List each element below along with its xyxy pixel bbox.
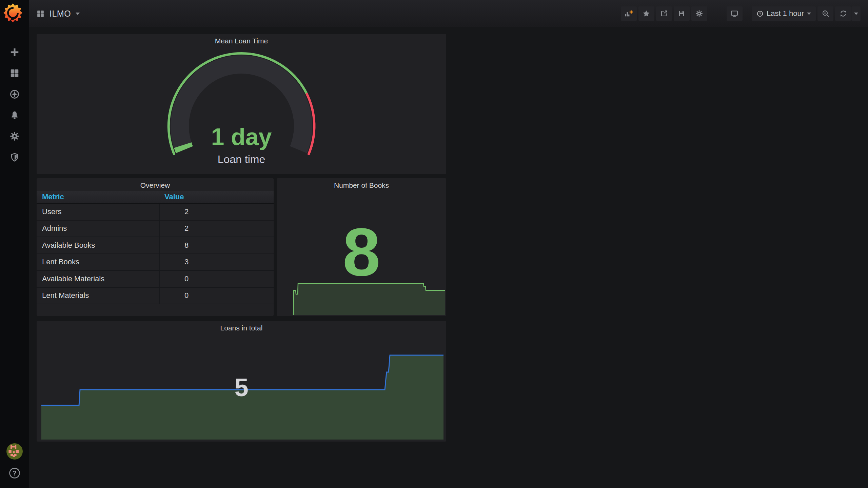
panel-title[interactable]: Loans in total xyxy=(37,324,446,332)
table-row: Users 2 xyxy=(37,204,274,221)
sidebar-item-explore[interactable] xyxy=(0,89,29,99)
table-body: Users 2 Admins 2 Available Books 8 Lent … xyxy=(37,204,274,304)
cell-metric: Lent Materials xyxy=(42,291,89,300)
save-icon xyxy=(677,9,686,18)
sidebar-item-server-admin[interactable] xyxy=(0,152,29,162)
column-header-metric[interactable]: Metric xyxy=(42,192,64,201)
sidebar-item-configuration[interactable] xyxy=(0,131,29,141)
grafana-app: ? ILMO xyxy=(0,0,868,488)
panel-title[interactable]: Number of Books xyxy=(277,181,446,189)
gear-icon xyxy=(9,131,20,141)
refresh-icon xyxy=(839,9,847,18)
sidebar-bottom: ? xyxy=(0,443,29,479)
chevron-down-icon xyxy=(76,13,80,15)
plus-icon xyxy=(9,47,20,57)
chevron-down-icon xyxy=(807,13,811,15)
stat-value: 5 xyxy=(37,375,446,400)
dashboard-settings-button[interactable] xyxy=(691,6,707,21)
grafana-flame-icon xyxy=(3,3,23,23)
column-header-value[interactable]: Value xyxy=(164,192,184,201)
add-panel-icon xyxy=(625,9,633,18)
dashboard-grid-icon xyxy=(36,9,45,18)
chevron-down-icon xyxy=(854,13,858,15)
shield-icon xyxy=(9,152,20,162)
cell-metric: Admins xyxy=(42,224,67,233)
cell-value: 0 xyxy=(159,274,214,283)
sidebar-item-dashboards[interactable] xyxy=(0,68,29,78)
save-dashboard-button[interactable] xyxy=(674,6,690,21)
add-panel-button[interactable] xyxy=(621,6,637,21)
refresh-group xyxy=(835,6,861,21)
sidebar-item-alerting[interactable] xyxy=(0,110,29,120)
table-row: Available Materials 0 xyxy=(37,271,274,288)
cell-metric: Users xyxy=(42,207,61,216)
column-divider xyxy=(159,204,160,304)
time-range-picker[interactable]: Last 1 hour xyxy=(752,6,816,21)
top-navbar: ILMO xyxy=(29,0,868,27)
cell-value: 3 xyxy=(159,258,214,266)
panel-title[interactable]: Overview xyxy=(37,181,274,189)
share-dashboard-button[interactable] xyxy=(656,6,672,21)
cell-metric: Available Materials xyxy=(42,274,104,283)
sidebar-menu xyxy=(0,47,29,162)
cell-value: 2 xyxy=(159,207,214,216)
dashboard-picker[interactable]: ILMO xyxy=(36,9,80,19)
sidebar: ? xyxy=(0,0,29,488)
refresh-interval-dropdown[interactable] xyxy=(851,6,861,21)
grafana-logo[interactable] xyxy=(3,3,23,23)
compass-icon xyxy=(9,89,20,99)
cell-value: 8 xyxy=(159,241,214,250)
stat-value: 8 xyxy=(277,218,446,286)
cell-metric: Lent Books xyxy=(42,258,79,266)
gear-icon xyxy=(695,9,703,18)
time-range-label: Last 1 hour xyxy=(767,9,804,18)
navbar-tools: Last 1 hour xyxy=(619,6,861,21)
gauge-value: 1 day xyxy=(37,123,446,150)
mark-favorite-button[interactable] xyxy=(638,6,654,21)
avatar-image xyxy=(6,443,23,460)
table-row: Available Books 8 xyxy=(37,237,274,254)
dashboard-title: ILMO xyxy=(50,9,71,19)
cell-value: 0 xyxy=(159,291,214,300)
zoom-out-icon xyxy=(822,9,830,18)
table-row: Lent Materials 0 xyxy=(37,288,274,305)
share-icon xyxy=(660,9,668,18)
panel-title[interactable]: Mean Loan Time xyxy=(37,37,446,45)
sidebar-item-create[interactable] xyxy=(0,47,29,57)
panel-overview: Overview Metric Value Users 2 Admins 2 A… xyxy=(37,178,274,316)
svg-text:?: ? xyxy=(13,469,17,477)
question-icon: ? xyxy=(8,467,21,479)
star-icon xyxy=(642,9,650,18)
zoom-out-time-button[interactable] xyxy=(817,6,833,21)
panel-loans-in-total: Loans in total 5 xyxy=(37,321,446,442)
table-row: Lent Books 3 xyxy=(37,254,274,271)
user-avatar[interactable] xyxy=(6,443,23,460)
cycle-view-mode-button[interactable] xyxy=(727,6,743,21)
bell-icon xyxy=(9,110,20,120)
panel-number-of-books: Number of Books 8 xyxy=(277,178,446,316)
clock-icon xyxy=(756,10,764,17)
panel-mean-loan-time: Mean Loan Time 1 day Loan time xyxy=(37,34,446,174)
cell-value: 2 xyxy=(159,224,214,233)
monitor-icon xyxy=(730,9,738,18)
grid-icon xyxy=(9,68,20,78)
gauge-label: Loan time xyxy=(37,153,446,166)
cell-metric: Available Books xyxy=(42,241,95,250)
table-header: Metric Value xyxy=(37,191,274,204)
refresh-dashboard-button[interactable] xyxy=(835,6,851,21)
table-row: Admins 2 xyxy=(37,221,274,238)
help-button[interactable]: ? xyxy=(8,467,21,479)
